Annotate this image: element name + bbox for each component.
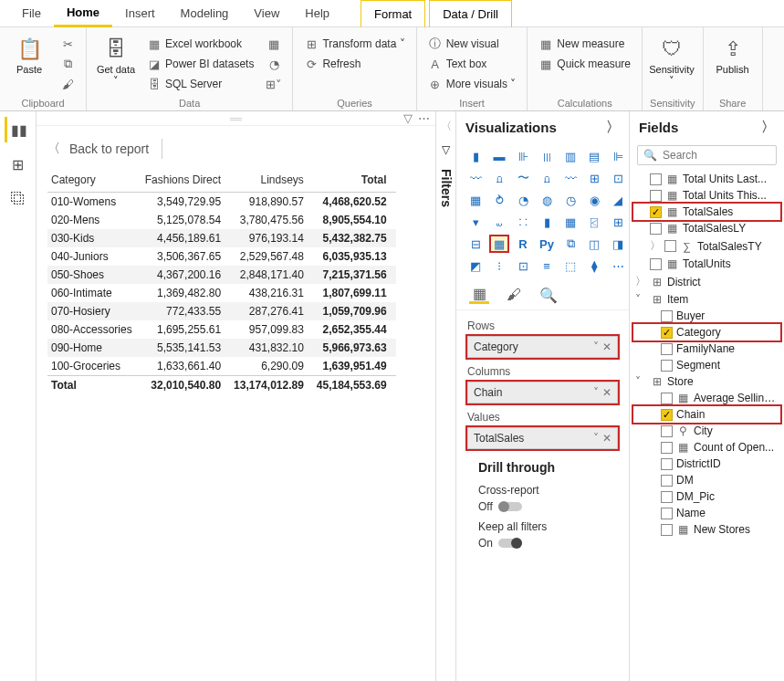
enter-data-button[interactable]: ⊞˅ [263,75,285,93]
model-view-button[interactable]: ⿻ [5,186,32,212]
transform-data-button[interactable]: ⊞Transform data ˅ [300,35,408,53]
tab-help[interactable]: Help [292,0,342,27]
visual-type-option[interactable]: ⊡ [513,257,533,275]
matrix-visual[interactable]: CategoryFashions DirectLindseysTotal 010… [47,170,396,394]
field-item[interactable]: ✓▦TotalSales [633,204,780,220]
format-painter-button[interactable]: 🖌 [57,75,78,93]
visual-type-option[interactable]: ▬ [489,147,509,165]
visual-type-option[interactable]: ▦ [489,235,509,253]
get-data-button[interactable]: 🗄 Get data ˅ [94,35,138,88]
visual-type-option[interactable]: ⊟ [465,235,486,253]
visual-type-option[interactable]: ◍ [537,191,557,209]
filter-icon[interactable]: ▽ [403,111,413,125]
remove-icon[interactable]: ✕ [602,432,612,445]
visual-type-option[interactable]: ◫ [584,235,604,253]
visual-type-option[interactable]: Py [537,235,557,253]
visual-type-option[interactable]: ⥁ [489,191,509,209]
columns-field-well[interactable]: Chain˅✕ [467,382,618,403]
matrix-header[interactable]: Category [47,170,141,193]
field-item[interactable]: ⚲City [633,423,780,439]
table-row[interactable]: 010-Womens3,549,729.95918,890.574,468,62… [47,193,396,212]
data-view-button[interactable]: ⊞ [5,152,32,177]
matrix-header[interactable]: Total [313,170,396,193]
visual-type-option[interactable]: ⊞ [584,169,604,187]
table-row[interactable]: 030-Kids4,456,189.61976,193.145,432,382.… [47,229,396,247]
chevron-down-icon[interactable]: ˅ [593,432,599,445]
sql-server-button[interactable]: 🗄SQL Server [143,75,257,93]
field-item[interactable]: ▦Average Selling... [633,390,780,406]
more-options-icon[interactable]: ⋯ [418,111,430,125]
visual-type-option[interactable]: ⩊ [489,213,509,231]
text-box-button[interactable]: AText box [424,55,520,73]
fields-search[interactable]: 🔍 Search [637,145,777,165]
field-item[interactable]: ▦New Stores [633,521,780,538]
chevron-right-icon[interactable]: 〉 [606,119,620,136]
table-item[interactable]: ˅⊞Item [633,291,780,308]
dataverse-button[interactable]: ▦ [263,35,285,53]
refresh-button[interactable]: ⟳Refresh [300,55,408,73]
tab-format[interactable]: Format [361,0,425,27]
tab-view[interactable]: View [241,0,292,27]
visual-type-option[interactable]: ▮ [537,213,557,231]
sensitivity-button[interactable]: 🛡 Sensitivity ˅ [650,35,694,88]
field-item[interactable]: Name [633,505,780,521]
visual-type-option[interactable]: ⸬ [513,213,533,231]
field-item[interactable]: ▦Total Units This... [633,187,780,204]
field-item[interactable]: ▦Total Units Last... [633,171,780,187]
more-visuals-button[interactable]: ⊕More visuals ˅ [424,75,520,93]
table-row[interactable]: 050-Shoes4,367,200.162,848,171.407,215,3… [47,266,396,284]
field-item[interactable]: ✓Category [633,324,780,340]
tab-modeling[interactable]: Modeling [168,0,242,27]
visual-type-option[interactable]: ▾ [465,213,486,231]
field-item[interactable]: Segment [633,357,780,373]
visual-type-option[interactable]: ▦ [560,213,580,231]
remove-icon[interactable]: ✕ [602,386,612,399]
visual-type-option[interactable]: ⊡ [608,169,628,187]
visual-type-option[interactable]: ⧫ [584,257,604,275]
visual-type-option[interactable]: ▥ [560,147,580,165]
paste-button[interactable]: 📋 Paste [7,35,51,77]
table-row[interactable]: 060-Intimate1,369,482.80438,216.311,807,… [47,284,396,302]
visual-type-option[interactable]: ▦ [465,191,486,209]
visual-type-option[interactable]: ⩍ [489,169,509,187]
visual-type-option[interactable]: ◩ [465,257,486,275]
visual-type-option[interactable]: ◷ [560,191,580,209]
visual-type-option[interactable]: 〜 [513,169,533,187]
tab-insert[interactable]: Insert [112,0,168,27]
visual-type-option[interactable]: ≡ [537,257,557,275]
visual-type-option[interactable]: ⋯ [608,257,628,275]
field-item[interactable]: FamilyNane [633,340,780,357]
field-item[interactable]: ▦Count of Open... [633,439,780,456]
chevron-down-icon[interactable]: ˅ [593,386,599,399]
visual-type-option[interactable]: ◉ [584,191,604,209]
visual-type-option[interactable]: 〰 [465,169,486,187]
matrix-header[interactable]: Fashions Direct [141,170,230,193]
visual-type-option[interactable]: ◔ [513,191,533,209]
field-item[interactable]: ▦TotalSalesLY [633,220,780,236]
chevron-right-icon[interactable]: 〉 [761,119,775,136]
quick-measure-button[interactable]: ▦Quick measure [535,55,634,73]
field-item[interactable]: 〉∑TotalSalesTY [633,236,780,256]
table-row[interactable]: 070-Hosiery772,433.55287,276.411,059,709… [47,302,396,320]
cross-report-toggle[interactable]: Off [478,500,607,513]
remove-icon[interactable]: ✕ [602,340,612,353]
field-item[interactable]: ✓Chain [633,406,780,423]
visual-type-option[interactable]: ⬚ [560,257,580,275]
matrix-header[interactable]: Lindseys [230,170,313,193]
visual-type-option[interactable]: ⧉ [560,235,580,253]
filters-pane-collapsed[interactable]: 〈 ▽ Filters [435,111,455,681]
field-item[interactable]: Buyer [633,308,780,324]
visual-type-option[interactable]: R [513,235,533,253]
rows-field-well[interactable]: Category˅✕ [467,336,618,358]
visual-type-option[interactable]: ▤ [584,147,604,165]
visual-type-option[interactable]: ⊫ [608,147,628,165]
publish-button[interactable]: ⇪ Publish [711,35,755,77]
chevron-down-icon[interactable]: ˅ [593,340,599,353]
tab-home[interactable]: Home [54,0,112,27]
recent-sources-button[interactable]: ◔ [263,55,285,73]
new-visual-button[interactable]: ⓘNew visual [424,35,520,53]
table-store[interactable]: ˅⊞Store [633,373,780,390]
copy-button[interactable]: ⧉ [57,55,78,73]
move-grip[interactable]: ══ [230,114,242,123]
field-item[interactable]: DM [633,472,780,488]
